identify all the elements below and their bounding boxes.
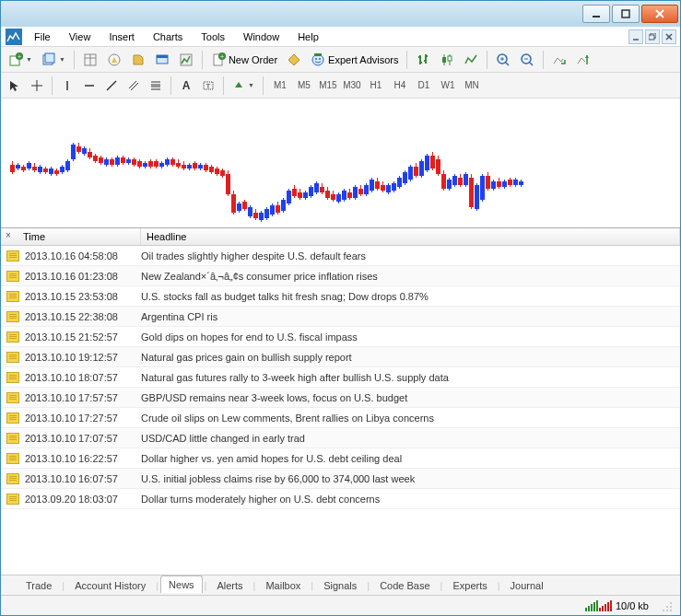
news-row[interactable]: 2013.09.20 18:03:07Dollar turns moderate… [1, 489, 680, 509]
news-time: 2013.10.10 18:07:57 [25, 372, 141, 383]
news-list[interactable]: 2013.10.16 04:58:08Oil trades slightly h… [1, 246, 680, 575]
menu-help[interactable]: Help [290, 29, 326, 44]
profiles-button[interactable]: ▼ [38, 50, 69, 70]
timeframe-mn[interactable]: MN [460, 76, 484, 95]
tab-trade[interactable]: Trade [18, 576, 60, 594]
svg-point-66 [670, 606, 672, 608]
connection-status[interactable]: 10/0 kb [585, 600, 649, 611]
tab-code-base[interactable]: Code Base [371, 576, 438, 594]
menu-insert[interactable]: Insert [101, 29, 142, 44]
horizontal-line-button[interactable] [79, 76, 100, 96]
new-chart-button[interactable]: +▼ [5, 50, 36, 70]
new-order-button[interactable]: +New Order [207, 50, 281, 70]
menu-charts[interactable]: Charts [146, 29, 190, 44]
menu-view[interactable]: View [62, 29, 99, 44]
news-icon [6, 291, 19, 302]
mdi-restore-button[interactable] [645, 29, 660, 44]
tab-experts[interactable]: Experts [444, 576, 495, 594]
tab-news[interactable]: News [160, 575, 203, 593]
timeframe-m15[interactable]: M15 [316, 76, 340, 95]
chart-area[interactable] [1, 99, 680, 227]
tab-alerts[interactable]: Alerts [208, 576, 251, 594]
mdi-minimize-button[interactable] [628, 29, 643, 44]
bar-chart-button[interactable] [412, 50, 434, 70]
cursor-button[interactable] [5, 76, 25, 96]
line-chart-button[interactable] [460, 50, 482, 70]
news-row[interactable]: 2013.10.16 04:58:08Oil trades slightly h… [1, 246, 680, 266]
news-row[interactable]: 2013.10.10 18:07:57Natural gas futures r… [1, 367, 680, 388]
svg-rect-1 [622, 10, 629, 17]
news-time: 2013.10.15 22:38:08 [25, 311, 141, 322]
tab-account-history[interactable]: Account History [66, 576, 154, 594]
news-row[interactable]: 2013.10.15 21:52:57Gold dips on hopes fo… [1, 327, 680, 347]
vertical-line-button[interactable] [57, 76, 77, 96]
timeframe-h1[interactable]: H1 [364, 76, 388, 95]
close-button[interactable] [641, 5, 678, 23]
trendline-button[interactable] [101, 76, 122, 96]
metaquotes-button[interactable] [283, 50, 305, 70]
timeframe-d1[interactable]: D1 [412, 76, 436, 95]
toolbar-main: +▼ ▼ +New Order Expert Advisors [1, 47, 680, 73]
svg-text:+: + [220, 53, 224, 60]
news-row[interactable]: 2013.10.10 16:07:57U.S. initial jobless … [1, 469, 680, 489]
terminal-button[interactable] [151, 50, 173, 70]
news-icon [6, 311, 19, 322]
news-time: 2013.10.15 21:52:57 [25, 331, 141, 343]
navigator-button[interactable] [103, 50, 125, 70]
news-icon [6, 473, 19, 484]
tab-signals[interactable]: Signals [315, 576, 365, 594]
minimize-button[interactable] [582, 5, 610, 23]
news-headline: GBP/USD remains near 3-week lows, focus … [141, 392, 680, 403]
strategy-tester-button[interactable] [175, 50, 197, 70]
zoom-in-button[interactable] [492, 50, 514, 70]
candlestick-button[interactable] [436, 50, 458, 70]
market-watch-button[interactable] [79, 50, 101, 70]
svg-marker-19 [134, 55, 143, 64]
crosshair-button[interactable] [27, 76, 47, 96]
zoom-out-button[interactable] [516, 50, 538, 70]
expert-advisors-button[interactable]: Expert Advisors [307, 50, 402, 70]
col-headline[interactable]: Headline [141, 228, 680, 245]
auto-scroll-button[interactable] [548, 50, 570, 70]
menu-tools[interactable]: Tools [194, 29, 232, 44]
svg-line-55 [129, 81, 136, 88]
news-icon [6, 494, 19, 505]
arrows-button[interactable]: ▼ [229, 76, 258, 96]
news-row[interactable]: 2013.10.10 16:22:57Dollar higher vs. yen… [1, 448, 680, 469]
terminal-close-button[interactable]: × [3, 230, 14, 241]
news-row[interactable]: 2013.10.10 19:12:57Natural gas prices ga… [1, 347, 680, 367]
timeframe-w1[interactable]: W1 [436, 76, 460, 95]
menu-file[interactable]: File [27, 29, 58, 44]
tab-journal[interactable]: Journal [502, 576, 552, 594]
news-row[interactable]: 2013.10.10 17:57:57GBP/USD remains near … [1, 388, 680, 408]
news-headline: Argentina CPI ris [141, 311, 680, 322]
app-icon [5, 28, 23, 46]
svg-marker-26 [288, 54, 299, 65]
timeframe-m30[interactable]: M30 [340, 76, 364, 95]
svg-marker-49 [585, 55, 589, 58]
news-time: 2013.10.10 17:07:57 [25, 433, 141, 444]
fibonacci-button[interactable] [146, 76, 166, 96]
news-row[interactable]: 2013.10.10 17:27:57Crude oil slips on Le… [1, 408, 680, 428]
data-window-button[interactable] [127, 50, 149, 70]
timeframe-h4[interactable]: H4 [388, 76, 412, 95]
mdi-close-button[interactable] [662, 29, 676, 44]
news-icon [6, 352, 19, 363]
svg-line-54 [107, 81, 116, 90]
timeframe-m1[interactable]: M1 [268, 76, 292, 95]
news-row[interactable]: 2013.10.16 01:23:08New Zealand×´â‚¬â„¢s … [1, 266, 680, 286]
tab-mailbox[interactable]: Mailbox [257, 576, 309, 594]
text-button[interactable]: A [176, 76, 196, 96]
equidistant-channel-button[interactable] [123, 76, 144, 96]
col-time[interactable]: Time [1, 228, 141, 245]
news-row[interactable]: 2013.10.10 17:07:57USD/CAD little change… [1, 428, 680, 448]
menu-window[interactable]: Window [236, 29, 287, 44]
svg-point-64 [670, 602, 672, 604]
news-row[interactable]: 2013.10.15 22:38:08Argentina CPI ris [1, 307, 680, 327]
text-label-button[interactable]: T [198, 76, 218, 96]
news-row[interactable]: 2013.10.15 23:53:08U.S. stocks fall as b… [1, 286, 680, 307]
chart-shift-button[interactable] [572, 50, 594, 70]
resize-grip-icon[interactable] [660, 599, 673, 612]
timeframe-m5[interactable]: M5 [292, 76, 316, 95]
maximize-button[interactable] [612, 5, 640, 23]
